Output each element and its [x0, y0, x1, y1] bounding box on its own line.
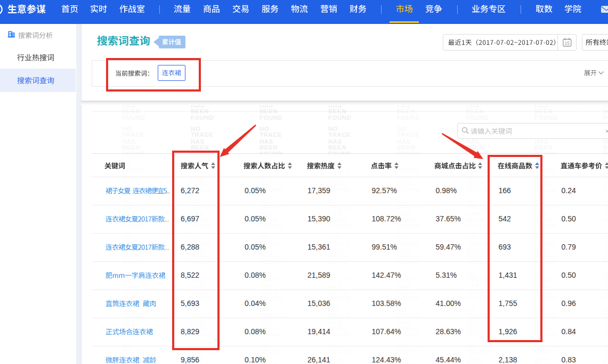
- svg-text:15: 15: [565, 40, 570, 46]
